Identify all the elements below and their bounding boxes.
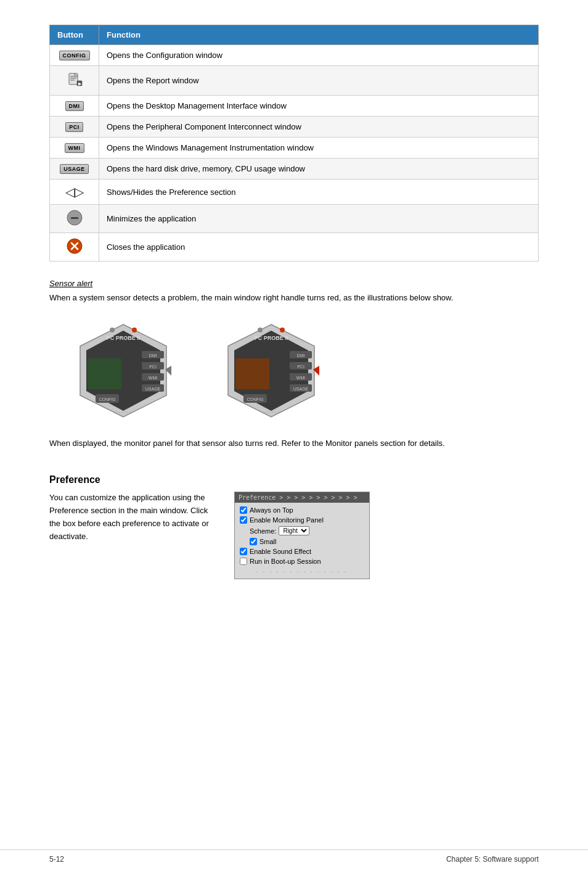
pref-enable-sound-label: Enable Sound Effect	[250, 548, 311, 555]
function-cell: Opens the Peripheral Component Interconn…	[99, 117, 539, 138]
function-cell: Minimizes the application	[99, 205, 539, 233]
button-cell: USAGE	[50, 159, 99, 179]
button-function-table: Button Function CONFIGOpens the Configur…	[49, 25, 539, 262]
table-row: USAGEOpens the hard disk drive, memory, …	[50, 159, 539, 179]
pref-enable-monitoring-checkbox[interactable]	[240, 516, 247, 524]
svg-rect-3	[70, 80, 75, 81]
page-footer: 5-12 Chapter 5: Software support	[0, 849, 588, 868]
close-icon	[67, 238, 83, 254]
preference-section: Preference You can customize the applica…	[49, 474, 539, 579]
table-row: PCIOpens the Peripheral Component Interc…	[50, 117, 539, 138]
pref-run-boot-checkbox[interactable]	[240, 558, 247, 565]
button-label: WMI	[65, 143, 84, 153]
button-cell	[50, 233, 99, 262]
pref-small[interactable]: Small	[250, 538, 364, 545]
button-cell: WMI	[50, 138, 99, 159]
sensor-images-container: PC PROBE II DMI PCI WMI USAGE CONFIG . .…	[62, 315, 539, 426]
pref-always-on-top-checkbox[interactable]	[240, 506, 247, 514]
sensor-alert-section: Sensor alert When a system sensor detect…	[49, 279, 539, 450]
footer-page-number: 5-12	[49, 855, 64, 864]
svg-text:PCI: PCI	[149, 365, 157, 369]
minimize-icon	[67, 210, 83, 226]
svg-text:DMI: DMI	[297, 353, 305, 358]
pref-run-boot[interactable]: Run in Boot-up Session	[240, 558, 364, 565]
pcprobe-red-image: PC PROBE II DMI PCI WMI USAGE CONFIG . .…	[210, 315, 333, 426]
table-row: DMIOpens the Desktop Management Interfac…	[50, 96, 539, 117]
function-cell: Opens the Desktop Management Interface w…	[99, 96, 539, 117]
svg-text:PCI: PCI	[297, 365, 304, 369]
svg-point-17	[132, 328, 137, 332]
preference-description: You can customize the application using …	[49, 492, 210, 543]
function-cell: Closes the application	[99, 233, 539, 262]
pref-small-label: Small	[259, 538, 277, 545]
button-label: DMI	[65, 101, 84, 111]
svg-point-34	[258, 328, 263, 332]
sensor-note: When displayed, the monitor panel for th…	[49, 437, 539, 450]
svg-text:CONFIG: CONFIG	[247, 397, 263, 402]
table-row: ▶ Opens the Report window	[50, 66, 539, 96]
pref-enable-monitoring-label: Enable Monitoring Panel	[250, 516, 324, 524]
svg-text:. . . . . . . .: . . . . . . . .	[261, 408, 281, 414]
function-cell: Opens the Configuration window	[99, 45, 539, 66]
svg-text:WMI: WMI	[296, 376, 305, 380]
footer-chapter: Chapter 5: Software support	[446, 855, 539, 864]
svg-rect-27	[88, 358, 121, 389]
table-row: Closes the application	[50, 233, 539, 262]
svg-text:CONFIG: CONFIG	[99, 397, 115, 402]
table-row: CONFIGOpens the Configuration window	[50, 45, 539, 66]
sensor-alert-title: Sensor alert	[49, 279, 539, 288]
svg-point-16	[110, 328, 115, 332]
button-label: PCI	[65, 122, 83, 132]
svg-text:USAGE: USAGE	[145, 387, 161, 391]
table-row: WMIOpens the Windows Management Instrume…	[50, 138, 539, 159]
svg-text:DMI: DMI	[149, 353, 157, 358]
function-cell: Opens the Report window	[99, 66, 539, 96]
table-row: Minimizes the application	[50, 205, 539, 233]
function-cell: Shows/Hides the Preference section	[99, 179, 539, 205]
pref-panel-header: Preference > > > > > > > > > > >	[235, 492, 369, 503]
svg-text:. . . . . . . .: . . . . . . . .	[113, 408, 133, 414]
svg-rect-2	[70, 78, 76, 79]
preference-title: Preference	[49, 474, 539, 485]
pref-scheme-row: Scheme: Right Left	[250, 526, 364, 535]
table-row: ◁▷Shows/Hides the Preference section	[50, 179, 539, 205]
col-button-header: Button	[50, 25, 99, 45]
function-cell: Opens the hard disk drive, memory, CPU u…	[99, 159, 539, 179]
pref-always-on-top-label: Always on Top	[250, 506, 293, 514]
col-function-header: Function	[99, 25, 539, 45]
button-cell: PCI	[50, 117, 99, 138]
pref-dots-decoration: · · · · · · · · · · · · · ·	[240, 569, 364, 575]
svg-text:WMI: WMI	[149, 376, 157, 380]
button-cell: ◁▷	[50, 179, 99, 205]
pref-enable-monitoring[interactable]: Enable Monitoring Panel	[240, 516, 364, 524]
pcprobe-normal-image: PC PROBE II DMI PCI WMI USAGE CONFIG . .…	[62, 315, 185, 426]
svg-text:PC PROBE II: PC PROBE II	[255, 335, 288, 341]
report-icon: ▶	[66, 71, 83, 88]
arrows-icon: ◁▷	[65, 185, 84, 199]
svg-point-35	[280, 328, 285, 332]
pref-enable-sound[interactable]: Enable Sound Effect	[240, 548, 364, 555]
button-label: CONFIG	[59, 51, 90, 60]
button-label: USAGE	[60, 164, 89, 174]
button-cell: CONFIG	[50, 45, 99, 66]
pref-small-checkbox[interactable]	[250, 538, 257, 545]
preference-content: You can customize the application using …	[49, 492, 539, 579]
preference-panel: Preference > > > > > > > > > > > Always …	[234, 492, 370, 579]
button-cell: ▶	[50, 66, 99, 96]
button-cell: DMI	[50, 96, 99, 117]
svg-text:PC PROBE II: PC PROBE II	[107, 335, 141, 341]
pref-run-boot-label: Run in Boot-up Session	[250, 558, 321, 565]
svg-text:USAGE: USAGE	[293, 387, 309, 391]
pref-always-on-top[interactable]: Always on Top	[240, 506, 364, 514]
pref-scheme-select[interactable]: Right Left	[279, 526, 309, 535]
function-cell: Opens the Windows Management Instrumenta…	[99, 138, 539, 159]
svg-rect-8	[71, 217, 78, 219]
sensor-alert-description: When a system sensor detects a problem, …	[49, 292, 539, 304]
pref-scheme-label: Scheme:	[250, 527, 276, 535]
button-cell	[50, 205, 99, 233]
svg-rect-45	[235, 358, 269, 389]
pref-enable-sound-checkbox[interactable]	[240, 548, 247, 555]
